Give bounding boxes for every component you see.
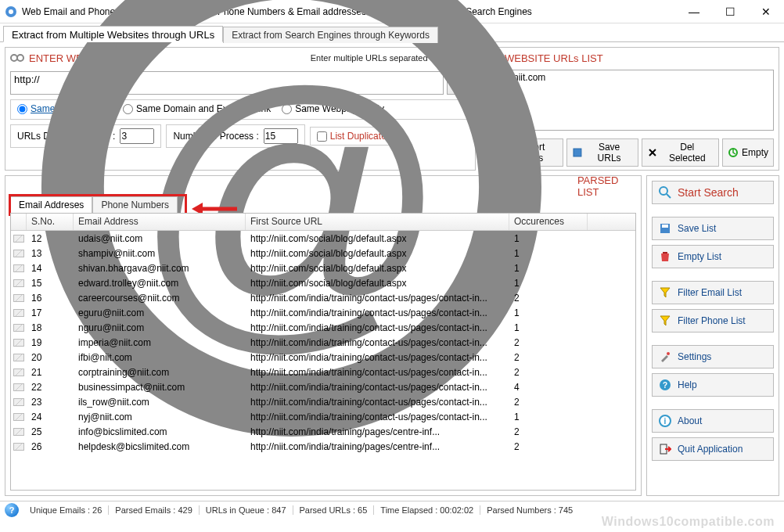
subtab-phone-numbers[interactable]: Phone Numbers [92, 196, 178, 213]
save-list-button[interactable]: Save List [652, 217, 774, 240]
svg-point-15 [667, 352, 670, 355]
funnel-icon [659, 286, 671, 299]
settings-button[interactable]: Settings [652, 345, 774, 368]
status-bar: ? Unique Emails : 26 Parsed Emails : 429… [0, 501, 784, 518]
stat-unique-emails: Unique Emails : 26 [23, 505, 109, 515]
del-selected-button[interactable]: Del Selected [642, 138, 719, 167]
stat-urls-queue: URLs in Queue : 847 [200, 505, 293, 515]
main-tab-bar: Extract from Multiple Websites through U… [0, 23, 784, 42]
maximize-button[interactable]: ☐ [712, 0, 748, 23]
stat-parsed-numbers: Parsed Numbers : 745 [480, 505, 579, 515]
floppy-icon [659, 222, 671, 235]
filter-email-button[interactable]: Filter Email List [652, 281, 774, 304]
table-row[interactable]: 15 edward.trolley@niit.com http://niit.c… [11, 275, 635, 290]
mail-icon [13, 294, 24, 302]
mail-icon [13, 398, 24, 406]
mail-icon [13, 324, 24, 332]
tab-extract-urls[interactable]: Extract from Multiple Websites through U… [3, 26, 223, 42]
col-occurences[interactable]: Occurences [509, 214, 588, 230]
delete-icon [647, 147, 658, 158]
svg-text:?: ? [663, 381, 667, 390]
col-sno[interactable]: S.No. [27, 214, 74, 230]
sidebar: Start Search Save List Empty List Filter… [646, 175, 779, 496]
table-row[interactable]: 23 ils_row@niit.com http://niit.com/indi… [11, 394, 635, 409]
svg-rect-14 [663, 252, 667, 253]
svg-text:i: i [664, 417, 667, 426]
mail-icon [13, 428, 24, 436]
search-icon [659, 186, 671, 199]
stat-parsed-urls: Parsed URLs : 65 [293, 505, 375, 515]
col-email[interactable]: Email Address [74, 214, 246, 230]
col-url[interactable]: First Source URL [246, 214, 509, 230]
empty-list-button[interactable]: Empty List [652, 245, 774, 268]
table-row[interactable]: 17 eguru@niit.com http://niit.com/india/… [11, 305, 635, 320]
table-row[interactable]: 21 corptraining@niit.com http://niit.com… [11, 365, 635, 379]
stat-time-elapsed: Time Elapsed : 00:02:02 [374, 505, 480, 515]
table-row[interactable]: 20 ifbi@niit.com http://niit.com/india/t… [11, 350, 635, 365]
mail-icon [13, 354, 24, 361]
info-icon: i [659, 415, 671, 427]
tab-extract-search[interactable]: Extract from Search Engines through Keyw… [223, 27, 438, 43]
svg-point-11 [660, 187, 667, 195]
save-urls-button[interactable]: Save URLs [566, 138, 638, 167]
about-button[interactable]: iAbout [652, 409, 774, 433]
status-help-icon[interactable]: ? [5, 503, 19, 517]
empty-button[interactable]: Empty [722, 138, 774, 167]
mail-icon [13, 279, 24, 287]
mail-icon [13, 309, 24, 317]
trash-icon [659, 250, 671, 263]
start-search-button[interactable]: Start Search [652, 181, 774, 204]
table-row[interactable]: 12 udais@niit.com http://niit.com/social… [11, 231, 635, 246]
table-row[interactable]: 22 businessimpact@niit.com http://niit.c… [11, 379, 635, 394]
subtab-email-addresses[interactable]: Email Addreses [10, 196, 92, 213]
parsed-list-panel: @ PARSED LIST Email Addreses Phone Numbe… [5, 175, 642, 496]
close-button[interactable]: ✕ [748, 0, 784, 23]
save-icon [572, 147, 583, 158]
email-table: S.No. Email Address First Source URL Occ… [10, 213, 636, 491]
mail-icon [13, 413, 24, 421]
parsed-title: PARSED LIST [577, 174, 636, 198]
table-row[interactable]: 24 nyj@niit.com http://niit.com/india/tr… [11, 409, 635, 424]
mail-icon [13, 443, 24, 451]
funnel-icon [659, 315, 671, 327]
table-row[interactable]: 13 shampiv@niit.com http://niit.com/soci… [11, 246, 635, 261]
tools-icon [659, 350, 671, 363]
table-row[interactable]: 19 imperia@niit.com http://niit.com/indi… [11, 335, 635, 350]
mail-icon [13, 235, 24, 243]
quit-button[interactable]: Quit Application [652, 437, 774, 461]
filter-phone-button[interactable]: Filter Phone List [652, 309, 774, 332]
mail-icon [13, 339, 24, 347]
minimize-button[interactable]: — [676, 0, 712, 23]
svg-rect-13 [662, 225, 668, 228]
svg-rect-7 [574, 149, 581, 156]
mail-icon [13, 264, 24, 272]
help-icon: ? [659, 379, 671, 391]
table-row[interactable]: 26 helpdesk@bicslimited.com http://niit.… [11, 439, 635, 454]
table-row[interactable]: 25 info@bicslimited.com http://niit.com/… [11, 424, 635, 439]
table-row[interactable]: 18 nguru@niit.com http://niit.com/india/… [11, 320, 635, 335]
table-row[interactable]: 16 careercourses@niit.com http://niit.co… [11, 290, 635, 305]
mail-icon [13, 383, 24, 391]
stat-parsed-emails: Parsed Emails : 429 [109, 505, 199, 515]
mail-icon [13, 250, 24, 257]
table-body[interactable]: 12 udais@niit.com http://niit.com/social… [11, 231, 635, 490]
mail-icon [13, 368, 24, 376]
empty-icon [728, 147, 739, 158]
table-row[interactable]: 14 shivan.bhargava@niit.com http://niit.… [11, 261, 635, 275]
exit-icon [659, 443, 671, 455]
help-button[interactable]: ?Help [652, 373, 774, 397]
